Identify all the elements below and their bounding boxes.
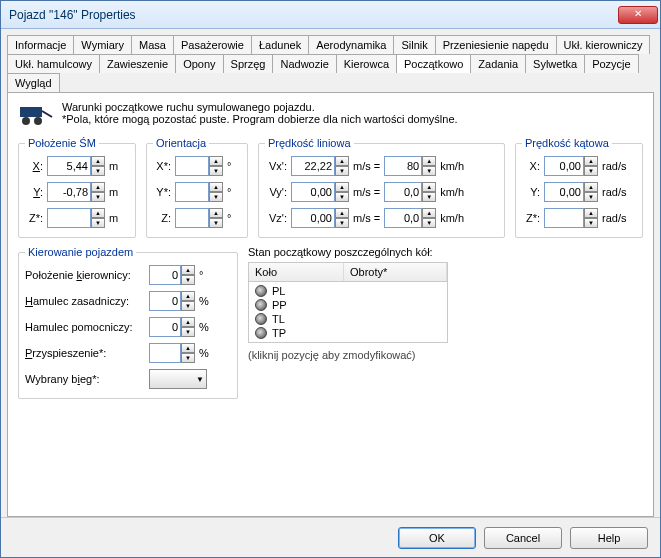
tab-zawieszenie[interactable]: Zawieszenie [99,54,176,73]
kier-poloz-spin[interactable]: ▲▼ [181,265,195,285]
wheel-icon [255,299,267,311]
table-row[interactable]: PP [249,298,447,312]
sm-y-input[interactable] [47,182,91,202]
kier-hamp-spin[interactable]: ▲▼ [181,317,195,337]
tab-sprzeg[interactable]: Sprzęg [223,54,274,73]
kier-przy-spin[interactable]: ▲▼ [181,343,195,363]
kier-hamz-spin[interactable]: ▲▼ [181,291,195,311]
tab-opony[interactable]: Opony [175,54,223,73]
vx-ms-spin[interactable]: ▲▼ [335,156,349,176]
group-polozenie-sm: Położenie ŚM X: ▲▼ m Y: ▲▼ m Z*: ▲▼ m [18,137,136,238]
tab-pasazerowie[interactable]: Pasażerowie [173,35,252,54]
kmh-unit: km/h [440,160,464,172]
tab-ladunek[interactable]: Ładunek [251,35,309,54]
content-area: Informacje Wymiary Masa Pasażerowie Ładu… [1,29,660,517]
pk-x-unit: rad/s [602,160,626,172]
stan-kol-label: Stan początkowy poszczególnych kół: [248,246,643,258]
vz-kmh-input[interactable] [384,208,422,228]
ori-z-spin[interactable]: ▲▼ [209,208,223,228]
legend-pred-lin: Prędkość liniowa [265,137,354,149]
intro: Warunki początkowe ruchu symulowanego po… [18,101,643,131]
vx-ms-input[interactable] [291,156,335,176]
vz-label: Vz': [265,212,287,224]
sm-z-input[interactable] [47,208,91,228]
group-stan-kol: Stan początkowy poszczególnych kół: Koło… [248,246,643,399]
tab-ukl-hamulcowy[interactable]: Ukł. hamulcowy [7,54,100,73]
tab-poczatkowo[interactable]: Początkowo [396,54,471,73]
tab-przeniesienie[interactable]: Przeniesienie napędu [435,35,557,54]
tab-masa[interactable]: Masa [131,35,174,54]
tab-zadania[interactable]: Zadania [470,54,526,73]
ori-x-label: X*: [153,160,171,172]
tab-silnik[interactable]: Silnik [393,35,435,54]
sm-x-label: X: [25,160,43,172]
pk-x-spin[interactable]: ▲▼ [584,156,598,176]
vz-ms-input[interactable] [291,208,335,228]
vy-ms-spin[interactable]: ▲▼ [335,182,349,202]
vy-ms-input[interactable] [291,182,335,202]
ori-y-spin[interactable]: ▲▼ [209,182,223,202]
close-button[interactable]: ✕ [618,6,658,24]
legend-pred-kat: Prędkość kątowa [522,137,612,149]
vehicle-icon [18,101,54,131]
kier-hamp-input[interactable] [149,317,181,337]
pk-y-input[interactable] [544,182,584,202]
ms-unit-3: m/s = [353,212,380,224]
pk-x-input[interactable] [544,156,584,176]
wheels-table: Koło Obroty* PL PP TL TP [248,262,448,343]
pk-z-input[interactable] [544,208,584,228]
tab-informacje[interactable]: Informacje [7,35,74,54]
tab-row-1: Informacje Wymiary Masa Pasażerowie Ładu… [7,35,654,54]
sm-x-input[interactable] [47,156,91,176]
help-button[interactable]: Help [570,527,648,549]
vy-kmh-spin[interactable]: ▲▼ [422,182,436,202]
kier-przy-input[interactable] [149,343,181,363]
pk-z-spin[interactable]: ▲▼ [584,208,598,228]
pk-z-label: Z*: [522,212,540,224]
tab-nadwozie[interactable]: Nadwozie [272,54,336,73]
tab-aerodynamika[interactable]: Aerodynamika [308,35,394,54]
ori-z-input[interactable] [175,208,209,228]
wheel-icon [255,313,267,325]
tab-ukl-kierowniczy[interactable]: Ukł. kierowniczy [556,35,651,54]
tab-kierowca[interactable]: Kierowca [336,54,397,73]
ori-z-label: Z: [153,212,171,224]
ori-y-input[interactable] [175,182,209,202]
sm-x-spin[interactable]: ▲▼ [91,156,105,176]
sm-y-label: Y: [25,186,43,198]
chevron-down-icon: ▼ [196,375,204,384]
tab-pozycje[interactable]: Pozycje [584,54,639,73]
vz-kmh-spin[interactable]: ▲▼ [422,208,436,228]
kier-hamz-input[interactable] [149,291,181,311]
vx-kmh-spin[interactable]: ▲▼ [422,156,436,176]
sm-z-spin[interactable]: ▲▼ [91,208,105,228]
cancel-button[interactable]: Cancel [484,527,562,549]
tab-wymiary[interactable]: Wymiary [73,35,132,54]
sm-y-spin[interactable]: ▲▼ [91,182,105,202]
vx-kmh-input[interactable] [384,156,422,176]
pk-y-unit: rad/s [602,186,626,198]
col-kolo[interactable]: Koło [249,263,344,281]
tab-wyglad[interactable]: Wygląd [7,73,60,92]
tab-sylwetka[interactable]: Sylwetka [525,54,585,73]
vz-ms-spin[interactable]: ▲▼ [335,208,349,228]
pk-y-spin[interactable]: ▲▼ [584,182,598,202]
kier-poloz-input[interactable] [149,265,181,285]
table-row[interactable]: TP [249,326,447,340]
table-row[interactable]: TL [249,312,447,326]
vy-kmh-input[interactable] [384,182,422,202]
sm-z-label: Z*: [25,212,43,224]
kmh-unit-2: km/h [440,186,464,198]
ori-x-spin[interactable]: ▲▼ [209,156,223,176]
table-row[interactable]: PL [249,284,447,298]
kier-hamp-unit: % [199,321,213,333]
dialog-footer: OK Cancel Help [1,517,660,557]
group-predkosc-katowa: Prędkość kątowa X: ▲▼ rad/s Y: ▲▼ rad/s … [515,137,643,238]
ori-x-input[interactable] [175,156,209,176]
bieg-select[interactable]: ▼ [149,369,207,389]
ok-button[interactable]: OK [398,527,476,549]
col-obroty[interactable]: Obroty* [344,263,447,281]
kmh-unit-3: km/h [440,212,464,224]
kier-hamz-label: Hamulec zasadniczy: [25,295,145,307]
svg-rect-0 [20,107,42,117]
